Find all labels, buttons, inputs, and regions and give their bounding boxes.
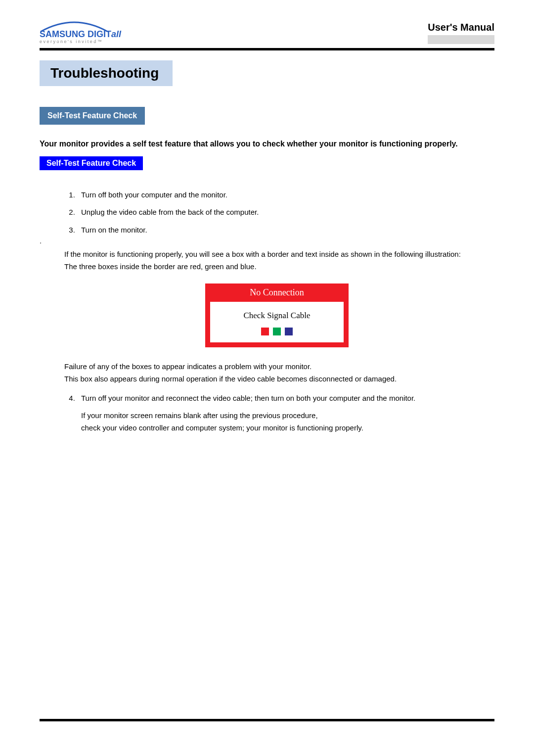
logo-text: SAMSUNG DIGITall <box>40 30 121 39</box>
content-indent: Turn off both your computer and the moni… <box>64 190 490 433</box>
step-1: Turn off both your computer and the moni… <box>77 190 490 200</box>
steps-list-continued: Turn off your monitor and reconnect the … <box>64 393 490 433</box>
bottom-rule <box>40 719 494 721</box>
after-step3-line1: If the monitor is functioning properly, … <box>64 249 490 259</box>
post-illus-line1: Failure of any of the boxes to appear in… <box>64 361 490 372</box>
illustration-outer: No Connection Check Signal Cable <box>205 284 349 347</box>
illustration-title: No Connection <box>205 284 349 302</box>
sub-section-badge: Self-Test Feature Check <box>40 156 143 170</box>
logo-sub: DIGIT <box>88 29 111 39</box>
steps-list: Turn off both your computer and the moni… <box>64 190 490 235</box>
top-rule <box>40 48 494 50</box>
step-4: Turn off your monitor and reconnect the … <box>77 393 490 433</box>
post-illus-line2: This box also appears during normal oper… <box>64 374 490 384</box>
step4-after-line2: check your video controller and computer… <box>81 423 490 433</box>
manual-title-block: User's Manual <box>428 22 494 44</box>
header-row: SAMSUNG DIGITall everyone's invited™ Use… <box>40 20 494 44</box>
step-2: Unplug the video cable from the back of … <box>77 207 490 217</box>
logo-brand: SAMSUNG <box>40 29 85 39</box>
grey-bar <box>428 35 494 44</box>
blue-square-icon <box>285 328 293 335</box>
page-title: Troubleshooting <box>40 60 173 86</box>
intro-paragraph: Your monitor provides a self test featur… <box>40 139 494 149</box>
title-block: Troubleshooting <box>40 61 494 85</box>
green-square-icon <box>273 328 281 335</box>
after-step3-line2: The three boxes inside the border are re… <box>64 261 490 272</box>
brand-logo: SAMSUNG DIGITall everyone's invited™ <box>40 20 121 44</box>
section-badge: Self-Test Feature Check <box>40 107 145 125</box>
illustration-wrap: No Connection Check Signal Cable <box>64 284 490 347</box>
illustration-inner-text: Check Signal Cable <box>215 311 339 321</box>
step-4-text: Turn off your monitor and reconnect the … <box>81 394 415 402</box>
logo-ital: all <box>111 29 121 39</box>
manual-title: User's Manual <box>428 22 494 33</box>
step4-after-line1: If your monitor screen remains blank aft… <box>81 410 490 421</box>
illustration-inner: Check Signal Cable <box>210 302 344 342</box>
color-squares <box>215 328 339 335</box>
logo-tagline: everyone's invited™ <box>40 40 103 44</box>
stray-dot: . <box>40 236 490 245</box>
red-square-icon <box>261 328 269 335</box>
step-3: Turn on the monitor. <box>77 225 490 235</box>
page: SAMSUNG DIGITall everyone's invited™ Use… <box>20 0 514 756</box>
